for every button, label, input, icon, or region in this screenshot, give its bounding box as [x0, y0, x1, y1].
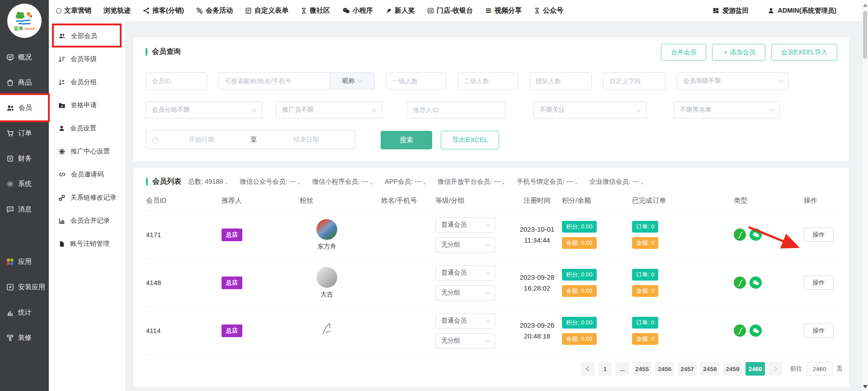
sidebar-item-overview[interactable]: 概况: [0, 44, 49, 70]
member-id-input[interactable]: [146, 72, 207, 90]
gear-icon: [6, 180, 14, 188]
balance-badge: 余额: 0.00: [562, 285, 597, 297]
row-action-button[interactable]: 操作: [804, 324, 834, 338]
shopping-bag-icon: [6, 79, 14, 86]
submenu-label: 会员分组: [71, 78, 97, 86]
sidebar-item-label: 系统: [18, 180, 32, 188]
keyword-type-value: 昵称: [342, 77, 355, 85]
level-select[interactable]: 普通会员: [435, 313, 495, 329]
page-button[interactable]: 2455: [632, 362, 651, 376]
admin-menu[interactable]: ADMIN(系统管理员): [768, 6, 836, 15]
current-page-button[interactable]: 2460: [745, 362, 764, 376]
page-button[interactable]: 2458: [700, 362, 719, 376]
register-clock: 16:28:02: [512, 283, 562, 294]
page-button[interactable]: 1: [598, 362, 612, 376]
scroll-down-arrow-icon[interactable]: [863, 385, 868, 388]
chevron-left-icon: [586, 366, 591, 371]
workspace-switcher[interactable]: 爱游盐田: [712, 6, 749, 15]
sidebar-item-label: 订单: [18, 129, 32, 138]
group-select[interactable]: 无分组: [435, 237, 495, 253]
orders-badge: 订单: 0: [632, 221, 658, 233]
sidebar-item-decoration[interactable]: 装修: [0, 325, 49, 350]
submenu-item-member-levels[interactable]: 会员等级: [49, 48, 125, 71]
sidebar-item-install-apps[interactable]: 安装应用: [0, 274, 49, 300]
add-member-button[interactable]: ＋ 添加会员: [712, 44, 765, 61]
paint-roller-icon: [6, 334, 14, 342]
submenu-label: 账号注销管理: [70, 239, 109, 248]
topnav-item-newcomer-award[interactable]: 新人奖: [385, 6, 415, 15]
row-action-button[interactable]: 操作: [804, 228, 834, 242]
merge-members-button[interactable]: 合并会员: [661, 44, 706, 61]
group-select[interactable]: 无分组: [435, 333, 495, 348]
page-button[interactable]: 2457: [678, 362, 697, 376]
col-actions: 操作: [804, 196, 836, 205]
sort-amount-icon: [58, 56, 66, 63]
chevron-down-icon: [486, 337, 491, 342]
promoter-select[interactable]: 推广员不限: [276, 101, 382, 119]
topnav-item-video-share[interactable]: 视频分享: [485, 6, 522, 15]
sidebar-item-system[interactable]: 系统: [0, 171, 49, 196]
submenu-item-promotion-settings[interactable]: 推广中心设置: [49, 140, 125, 163]
scroll-up-arrow-icon[interactable]: [863, 4, 868, 7]
page-ellipsis[interactable]: ...: [615, 362, 629, 376]
date-range-picker[interactable]: 开始日期 至 结束日期: [146, 130, 355, 149]
page-button[interactable]: 2459: [723, 362, 742, 376]
end-date-field[interactable]: 结束日期: [264, 136, 349, 144]
prev-page-button[interactable]: [581, 362, 594, 376]
custom-field-input[interactable]: [603, 72, 665, 90]
sidebar-item-goods[interactable]: 商品: [0, 70, 49, 95]
topnav-item-official-account[interactable]: 公众号: [534, 6, 563, 15]
export-excel-button[interactable]: 导出EXCEL: [441, 131, 499, 149]
member-excel-import-button[interactable]: 会员EXCEL导入: [771, 44, 837, 61]
topnav-item-conference[interactable]: 会务活动: [196, 6, 233, 15]
level1-count-input[interactable]: [386, 72, 446, 90]
topnav-item-custom-forms[interactable]: 自定义表单: [245, 6, 288, 15]
next-page-button[interactable]: [769, 362, 782, 376]
sidebar-item-members[interactable]: 会员: [0, 95, 49, 120]
row-action-button[interactable]: 操作: [804, 276, 834, 290]
member-level-select[interactable]: 会员等级不限: [677, 72, 788, 90]
search-button[interactable]: 搜索: [381, 131, 432, 149]
start-date-field[interactable]: 开始日期: [159, 136, 244, 144]
referrer-id-input[interactable]: [407, 101, 505, 119]
topnav-item-browse-tracks[interactable]: 浏览轨迹: [104, 6, 131, 15]
sidebar-item-orders[interactable]: 订单: [0, 120, 49, 146]
topnav-item-article-marketing[interactable]: 文章营销: [56, 6, 91, 15]
submenu-item-all-members[interactable]: 全部会员: [49, 24, 125, 48]
submenu-item-account-cancellation[interactable]: 账号注销管理: [49, 232, 125, 255]
register-time-cell: 2023-09-26 20:48:18: [512, 320, 562, 342]
chevron-down-icon: [636, 106, 641, 111]
submenu-item-invite-code[interactable]: 会员邀请码: [49, 163, 125, 186]
keyword-input[interactable]: [218, 72, 330, 90]
level-select[interactable]: 普通会员: [435, 217, 495, 233]
sidebar-item-messages[interactable]: 消息: [0, 196, 49, 222]
topnav-item-mini-program[interactable]: 小程序: [342, 6, 373, 15]
logo-art-icon: [13, 11, 36, 26]
level-select[interactable]: 普通会员: [435, 265, 495, 281]
level2-count-input[interactable]: [458, 72, 518, 90]
page-scrollbar[interactable]: [862, 0, 868, 391]
submenu-item-member-groups[interactable]: 会员分组: [49, 71, 125, 94]
clock-icon: [152, 137, 159, 143]
topnav-item-micro-community[interactable]: 微社区: [301, 6, 330, 15]
submenu-item-qualification[interactable]: 资格申请: [49, 94, 125, 117]
sidebar-item-finance[interactable]: 财务: [0, 146, 49, 171]
admin-name: ADMIN(系统管理员): [778, 6, 836, 15]
team-count-input[interactable]: [529, 72, 592, 90]
member-group-select[interactable]: 会员分组不限: [146, 101, 262, 119]
topnav-item-distribution[interactable]: 推客(分销): [143, 6, 184, 15]
sidebar-item-apps[interactable]: 应用: [0, 249, 49, 274]
sidebar-item-statistics[interactable]: 统计: [0, 300, 49, 325]
keyword-type-select[interactable]: 昵称: [330, 72, 375, 90]
page-button[interactable]: 2456: [655, 362, 674, 376]
goto-page-input[interactable]: [807, 362, 833, 376]
submenu-item-relation-chain-log[interactable]: 关系链修改记录: [49, 186, 125, 209]
topnav-item-store-cashier[interactable]: 门店-收银台: [427, 6, 473, 15]
topnav-label: 门店-收银台: [437, 6, 473, 15]
submenu-item-merge-log[interactable]: 会员合并记录: [49, 209, 125, 232]
submenu-item-member-settings[interactable]: 会员设置: [49, 117, 125, 140]
blacklist-filter-select[interactable]: 不限黑名单: [674, 101, 780, 119]
scrollbar-thumb[interactable]: [863, 11, 867, 59]
group-select[interactable]: 无分组: [435, 285, 495, 300]
follow-filter-select[interactable]: 不限关注: [533, 101, 646, 119]
